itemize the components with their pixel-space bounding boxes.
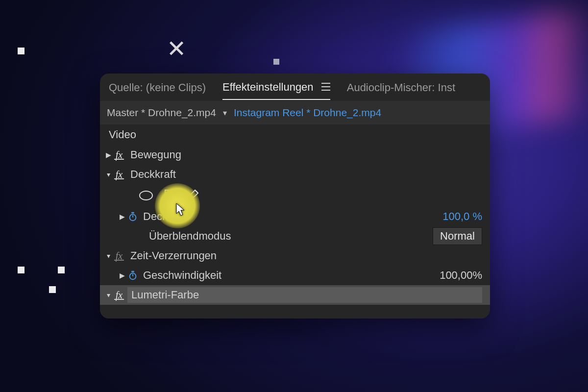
pen-mask-icon[interactable] [188,188,200,203]
panel-menu-icon[interactable] [321,83,330,91]
effect-row-time-remap[interactable]: ▾ fx Zeit-Verzerrungen [100,246,490,266]
opacity-value[interactable]: 100,0 % [442,210,482,223]
twisty-expanded-icon[interactable]: ▾ [104,291,113,299]
video-section-header: Video [100,124,490,145]
svg-rect-5 [131,271,134,272]
mask-tools-row [100,184,490,207]
bg-particle [58,267,65,273]
twisty-collapsed-icon[interactable]: ▶ [118,271,126,279]
property-row-speed: ▶ Geschwindigkeit 100,00% [100,266,490,285]
twisty-expanded-icon[interactable]: ▾ [104,171,113,178]
blend-mode-select[interactable]: Normal [433,227,482,245]
rectangle-mask-icon[interactable] [165,190,176,201]
fx-badge-icon[interactable]: fx [113,250,125,262]
bg-particle [18,48,24,54]
property-row-blendmode: Überblendmodus Normal [100,226,490,246]
property-label: Überblendmodus [149,230,433,243]
clip-breadcrumb: Master * Drohne_2.mp4 ▾ Instagram Reel *… [100,101,490,124]
stopwatch-icon[interactable] [126,269,139,282]
fx-badge-icon[interactable]: fx [113,149,125,161]
effect-row-opacity[interactable]: ▾ fx Deckkraft [100,165,490,184]
property-label: Geschwindigkeit [143,269,440,282]
bg-particle [18,267,24,273]
effect-controls-panel: Quelle: (keine Clips) Effekteinstellunge… [100,74,490,318]
effect-label: Deckkraft [130,168,482,181]
svg-rect-2 [131,212,134,214]
stopwatch-icon[interactable] [126,210,139,223]
ellipse-mask-icon[interactable] [139,191,153,200]
fx-badge-icon[interactable]: fx [113,290,125,301]
master-clip-label[interactable]: Master * Drohne_2.mp4 [107,107,216,119]
property-label: Deckkraft [143,210,442,223]
effect-row-lumetri[interactable]: ▾ fx Lumetri-Farbe [100,285,490,305]
effect-label: Lumetri-Farbe [127,287,482,303]
fx-badge-icon[interactable]: fx [113,169,125,180]
effect-label: Bewegung [130,148,482,161]
twisty-collapsed-icon[interactable]: ▶ [104,151,113,159]
panel-tabbar: Quelle: (keine Clips) Effekteinstellunge… [100,74,490,101]
tab-source[interactable]: Quelle: (keine Clips) [109,75,206,99]
speed-value[interactable]: 100,00% [440,269,482,282]
bg-particle [273,59,279,65]
effect-row-motion[interactable]: ▶ fx Bewegung [100,145,490,165]
tab-effect-controls[interactable]: Effekteinstellungen [222,74,330,100]
chevron-down-icon[interactable]: ▾ [223,108,227,118]
effect-label: Zeit-Verzerrungen [130,249,482,262]
close-icon[interactable]: ✕ [166,39,187,61]
property-row-opacity: ▶ Deckkraft 100,0 % [100,207,490,226]
tab-label: Effekteinstellungen [222,81,314,93]
twisty-collapsed-icon[interactable]: ▶ [118,213,126,220]
bg-particle [49,286,56,293]
tab-audio-mixer[interactable]: Audioclip-Mischer: Inst [347,75,455,99]
twisty-expanded-icon[interactable]: ▾ [104,252,113,260]
sequence-clip-label[interactable]: Instagram Reel * Drohne_2.mp4 [234,107,381,119]
